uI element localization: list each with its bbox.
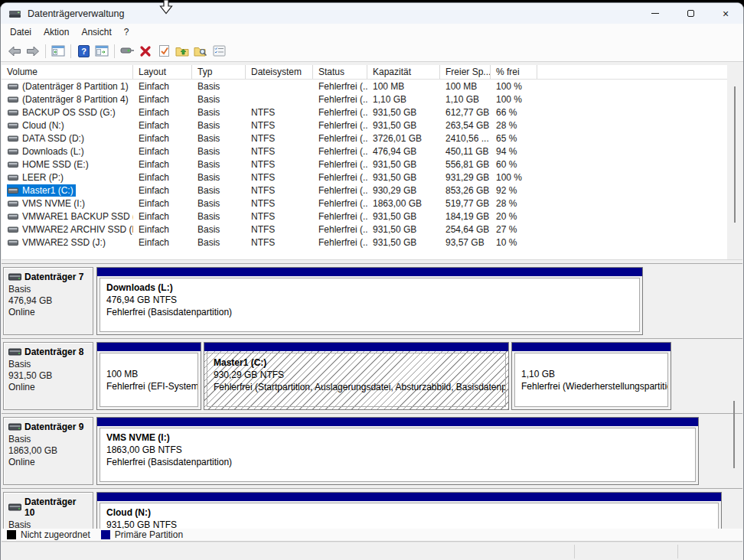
volume-cell: Einfach: [133, 94, 192, 105]
task-list-icon[interactable]: [210, 43, 228, 60]
disk-label-panel[interactable]: Datenträger 10Basis931,50 GBOnline: [3, 492, 93, 529]
volume-label[interactable]: HOME SSD (E:): [7, 158, 91, 171]
volume-cell: Einfach: [133, 224, 192, 235]
volume-row[interactable]: VMWARE1 BACKUP SSD (...EinfachBasisNTFSF…: [2, 210, 742, 223]
volume-cell: Fehlerfrei (...: [313, 133, 367, 144]
volume-row[interactable]: DATA SSD (D:)EinfachBasisNTFSFehlerfrei …: [2, 132, 742, 145]
disk-label-panel[interactable]: Datenträger 9Basis1863,00 GBOnline: [3, 417, 93, 485]
volume-label[interactable]: VMWARE2 ARCHIV SSD (K:): [7, 223, 133, 236]
volume-row[interactable]: Cloud (N:)EinfachBasisNTFSFehlerfrei (..…: [2, 119, 742, 132]
volume-row[interactable]: VMWARE2 ARCHIV SSD (K:)EinfachBasisNTFSF…: [2, 223, 742, 236]
volume-cell: 93,57 GB: [440, 237, 491, 248]
volume-cell: Fehlerfrei (...: [313, 146, 367, 157]
folder-search-icon[interactable]: [191, 43, 210, 60]
folder-up-icon[interactable]: [173, 43, 191, 60]
selected-volume[interactable]: Master1 (C:): [7, 184, 76, 197]
toolbar-separator: [45, 44, 46, 58]
app-icon: [8, 8, 21, 19]
menu-ansicht[interactable]: Ansicht: [75, 24, 117, 40]
volume-name-cell: VMWARE2 SSD (J:): [2, 236, 133, 249]
partition-info: 100 MBFehlerfrei (EFI-Systemp: [100, 353, 198, 407]
volume-row[interactable]: LEER (P:)EinfachBasisNTFSFehlerfrei (...…: [2, 171, 742, 184]
volume-row[interactable]: VMWARE2 SSD (J:)EinfachBasisNTFSFehlerfr…: [2, 236, 742, 249]
volume-row[interactable]: (Datenträger 8 Partition 4)EinfachBasisF…: [2, 93, 742, 106]
maximize-button[interactable]: [673, 3, 708, 24]
window-title: Datenträgerverwaltung: [28, 8, 124, 19]
disk-view-scrollbar-thumb[interactable]: [733, 401, 735, 468]
volume-cell: 60 %: [491, 159, 537, 170]
disk-type: Basis: [8, 519, 88, 529]
volume-label[interactable]: BACKUP OS SSD (G:): [7, 106, 118, 119]
device-properties-icon[interactable]: [118, 43, 136, 60]
volume-list-scrollbar[interactable]: [727, 65, 742, 259]
disk-label-panel[interactable]: Datenträger 7Basis476,94 GBOnline: [3, 267, 93, 335]
volume-row[interactable]: VMS NVME (I:)EinfachBasisNTFSFehlerfrei …: [2, 197, 742, 210]
volume-row[interactable]: HOME SSD (E:)EinfachBasisNTFSFehlerfrei …: [2, 158, 742, 171]
volume-label[interactable]: LEER (P:): [7, 171, 66, 184]
column-header-kapazit-t[interactable]: Kapazität: [367, 65, 440, 79]
partition[interactable]: Cloud (N:)931,50 GB NTFSFehlerfrei (Basi…: [96, 492, 722, 529]
disk-size: 931,50 GB: [8, 370, 88, 382]
volume-cell: 931,50 GB: [367, 172, 440, 183]
partition-label: VMS NVME (I:): [106, 431, 689, 444]
volume-label[interactable]: VMWARE1 BACKUP SSD (...: [7, 210, 133, 223]
back-arrow-icon[interactable]: [5, 43, 24, 60]
partition[interactable]: 1,10 GBFehlerfrei (Wiederherstellungspar…: [511, 342, 671, 410]
partition-label: Downloads (L:): [106, 282, 633, 294]
forward-arrow-icon[interactable]: [24, 43, 42, 60]
partition-size: 930,29 GB NTFS: [214, 369, 499, 381]
volume-row[interactable]: Downloads (L:)EinfachBasisNTFSFehlerfrei…: [2, 145, 742, 158]
close-button[interactable]: ×: [708, 3, 743, 24]
volume-label[interactable]: DATA SSD (D:): [7, 132, 86, 145]
volume-cell: 853,26 GB: [440, 185, 491, 196]
volume-row[interactable]: Master1 (C:)EinfachBasisNTFSFehlerfrei (…: [2, 184, 742, 197]
partition-type-bar: [512, 343, 671, 351]
column-header-volume[interactable]: Volume: [2, 65, 133, 79]
status-bar-separator: [574, 545, 575, 558]
volume-cell: 1,10 GB: [367, 94, 440, 105]
volume-label[interactable]: Cloud (N:): [7, 119, 67, 132]
volume-cell: 931,50 GB: [367, 224, 440, 235]
volume-list-scrollbar-thumb[interactable]: [734, 86, 736, 223]
console-tree-window-icon[interactable]: [49, 43, 67, 60]
legend-swatch: [7, 530, 16, 539]
disk-type: Basis: [8, 434, 88, 445]
volume-row[interactable]: (Datenträger 8 Partition 1)EinfachBasisF…: [2, 80, 742, 93]
partition-selected[interactable]: Master1 (C:)930,29 GB NTFSFehlerfrei (St…: [204, 342, 509, 410]
volume-cell: 66 %: [491, 107, 537, 118]
volume-label[interactable]: VMWARE2 SSD (J:): [7, 236, 108, 249]
delete-icon[interactable]: [136, 43, 155, 60]
partition[interactable]: Downloads (L:)476,94 GB NTFSFehlerfrei (…: [96, 267, 643, 335]
menu-hilfe[interactable]: ?: [118, 24, 135, 40]
column-header-dateisystem[interactable]: Dateisystem: [246, 65, 313, 79]
volume-cell: 612,77 GB: [440, 107, 491, 118]
volume-cell: 100 %: [491, 94, 537, 105]
toolbar-separator: [114, 44, 115, 58]
partition-info: Master1 (C:)930,29 GB NTFSFehlerfrei (St…: [207, 353, 506, 407]
disk-label-panel[interactable]: Datenträger 8Basis931,50 GBOnline: [3, 342, 93, 410]
volume-cell: Basis: [192, 159, 246, 170]
column-header-status[interactable]: Status: [313, 65, 367, 79]
volume-label[interactable]: (Datenträger 8 Partition 4): [7, 93, 131, 106]
volume-row[interactable]: BACKUP OS SSD (G:)EinfachBasisNTFSFehler…: [2, 106, 742, 119]
minimize-button[interactable]: [638, 3, 673, 24]
menu-aktion[interactable]: Aktion: [38, 24, 75, 40]
volume-label[interactable]: VMS NVME (I:): [7, 197, 87, 210]
volume-cell: 254,64 GB: [440, 224, 491, 235]
partition[interactable]: VMS NVME (I:)1863,00 GB NTFSFehlerfrei (…: [96, 417, 699, 485]
volume-label[interactable]: Downloads (L:): [7, 145, 86, 158]
column-header-frei[interactable]: % frei: [491, 65, 537, 79]
action-pane-window-icon[interactable]: [93, 43, 111, 60]
volume-cell: 28 %: [491, 198, 537, 209]
close-icon: ×: [723, 8, 729, 19]
column-header-typ[interactable]: Typ: [192, 65, 246, 79]
column-header-freier-sp[interactable]: Freier Sp...: [440, 65, 491, 79]
partition[interactable]: 100 MBFehlerfrei (EFI-Systemp: [96, 342, 201, 410]
volume-cell: NTFS: [246, 237, 313, 248]
column-header-layout[interactable]: Layout: [133, 65, 192, 79]
volume-cell: Fehlerfrei (...: [313, 224, 367, 235]
menu-datei[interactable]: Datei: [4, 24, 38, 40]
help-icon[interactable]: ?: [74, 43, 93, 60]
volume-label[interactable]: (Datenträger 8 Partition 1): [7, 80, 131, 93]
check-document-icon[interactable]: [155, 43, 173, 60]
